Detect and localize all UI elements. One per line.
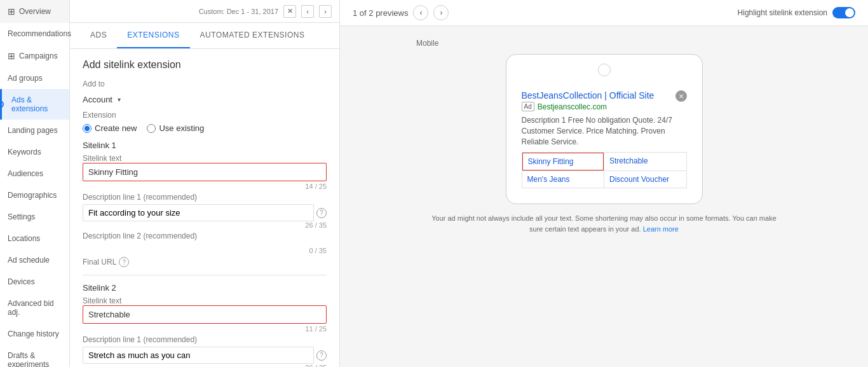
top-bar: Custom: Dec 1 - 31, 2017 ✕ ‹ › <box>70 0 339 23</box>
ad-card: BestJeansCollection | Official Site Ad B… <box>515 84 693 195</box>
sitelink1-final-url-row: Final URL ? <box>83 257 327 267</box>
sitelink-cell-1[interactable]: Skinny Fitting <box>522 153 604 170</box>
tabs-bar: ADS EXTENSIONS AUTOMATED EXTENSIONS <box>70 23 339 49</box>
radio-create-new[interactable]: Create new <box>83 123 137 133</box>
sitelink2-desc1-char-count: 26 / 35 <box>83 364 327 367</box>
add-to-value: Account <box>83 95 112 104</box>
sitelink1-desc1-char-count: 26 / 35 <box>83 221 327 229</box>
sitelink1-text-label: Sitelink text <box>83 154 327 163</box>
form-area: Add sitelink extension Add to Account ▾ … <box>70 49 339 367</box>
sitelink1-section: Sitelink 1 Sitelink text 14 / 25 Descrip… <box>83 141 327 267</box>
sitelink2-char-count: 11 / 25 <box>83 325 327 333</box>
sidebar-item-label: Drafts & experiments <box>8 351 62 367</box>
sidebar-item-audiences[interactable]: Audiences <box>0 163 69 184</box>
info-icon-2[interactable]: ? <box>316 350 327 361</box>
campaigns-icon: ⊞ <box>8 51 15 61</box>
preview-prev-btn[interactable]: ‹ <box>413 5 428 20</box>
sidebar-item-label: Audiences <box>8 169 43 178</box>
sidebar-item-label: Devices <box>8 277 35 286</box>
sidebar-item-adgroups[interactable]: Ad groups <box>0 67 69 89</box>
sitelink-cell-2[interactable]: Stretchable <box>604 153 686 170</box>
sidebar-item-ads-extensions[interactable]: ▶ Ads & extensions <box>0 89 69 120</box>
tab-ads[interactable]: ADS <box>80 23 117 48</box>
sidebar: ⊞ Overview Recommendations ⊞ Campaigns A… <box>0 0 70 367</box>
sidebar-item-label: Landing pages <box>8 126 58 135</box>
sitelink2-section: Sitelink 2 Sitelink text 11 / 25 Descrip… <box>83 283 327 367</box>
sitelink-cell-3[interactable]: Men's Jeans <box>522 171 604 188</box>
device-label: Mobile <box>416 39 438 48</box>
sitelinks-grid: Skinny Fitting Stretchable Men's Jeans D… <box>522 152 687 188</box>
sitelink2-text-container <box>83 305 327 324</box>
sidebar-item-devices[interactable]: Devices <box>0 271 69 293</box>
sidebar-item-advanced-bid[interactable]: Advanced bid adj. <box>0 293 69 323</box>
sidebar-item-label: Change history <box>8 329 59 338</box>
sitelink2-desc1-input[interactable] <box>83 347 314 364</box>
sidebar-item-landing-pages[interactable]: Landing pages <box>0 120 69 141</box>
sitelink2-text-label: Sitelink text <box>83 296 327 305</box>
next-btn[interactable]: › <box>319 5 332 18</box>
sidebar-item-recommendations[interactable]: Recommendations <box>0 23 69 45</box>
sitelink1-text-input[interactable] <box>88 167 321 177</box>
sitelink1-desc1-input[interactable] <box>83 204 314 221</box>
radio-existing-label: Use existing <box>159 123 204 133</box>
ad-url-row: Ad Bestjeanscollec.com <box>522 102 654 111</box>
radio-use-existing[interactable]: Use existing <box>147 123 204 133</box>
sidebar-item-demographics[interactable]: Demographics <box>0 184 69 206</box>
tab-automated-extensions[interactable]: AUTOMATED EXTENSIONS <box>190 23 315 48</box>
sidebar-item-overview[interactable]: ⊞ Overview <box>0 0 69 23</box>
highlight-toggle[interactable] <box>832 7 855 18</box>
sitelink1-desc2-char-count: 0 / 35 <box>83 247 327 254</box>
sidebar-item-label: Ad groups <box>8 74 43 83</box>
sidebar-item-label: Keywords <box>8 148 41 156</box>
preview-next-btn[interactable]: › <box>433 5 449 20</box>
info-icon-1[interactable]: ? <box>316 208 327 218</box>
add-to-row: Add to <box>83 80 327 88</box>
sitelink1-title: Sitelink 1 <box>83 141 327 150</box>
sidebar-item-change-history[interactable]: Change history <box>0 323 69 345</box>
main-content: Custom: Dec 1 - 31, 2017 ✕ ‹ › ADS EXTEN… <box>70 0 868 367</box>
preview-note: Your ad might not always include all you… <box>430 213 779 234</box>
sidebar-item-settings[interactable]: Settings <box>0 206 69 228</box>
sidebar-item-ad-schedule[interactable]: Ad schedule <box>0 249 69 271</box>
close-top-btn[interactable]: ✕ <box>283 5 296 18</box>
prev-btn[interactable]: ‹ <box>301 5 314 18</box>
sitelink1-desc2-label: Description line 2 (recommended) <box>83 232 327 240</box>
sidebar-item-label: Recommendations <box>8 29 71 38</box>
info-icon-url-1[interactable]: ? <box>119 257 129 267</box>
sidebar-item-keywords[interactable]: Keywords <box>0 141 69 163</box>
left-panel: Custom: Dec 1 - 31, 2017 ✕ ‹ › ADS EXTEN… <box>70 0 340 367</box>
sitelink2-title: Sitelink 2 <box>83 283 327 293</box>
divider-1 <box>83 275 327 275</box>
sidebar-item-drafts[interactable]: Drafts & experiments <box>0 345 69 367</box>
ad-url: Bestjeanscollec.com <box>538 102 607 111</box>
preview-header: 1 of 2 previews ‹ › Highlight sitelink e… <box>340 0 868 26</box>
sidebar-item-label: Campaigns <box>19 52 58 60</box>
add-to-label: Add to <box>83 80 105 88</box>
radio-create-label: Create new <box>95 123 137 133</box>
sitelink1-desc1-label: Description line 1 (recommended) <box>83 193 327 202</box>
highlight-label: Highlight sitelink extension <box>738 8 827 17</box>
ad-title: BestJeansCollection | Official Site <box>522 90 654 100</box>
sidebar-active-arrow: ▶ <box>0 100 4 108</box>
ad-close-btn[interactable]: ✕ <box>675 90 687 102</box>
tab-extensions[interactable]: EXTENSIONS <box>117 23 189 48</box>
sidebar-item-campaigns[interactable]: ⊞ Campaigns <box>0 45 69 67</box>
sidebar-item-label: Demographics <box>8 191 57 200</box>
sidebar-item-label: Overview <box>19 7 51 16</box>
radio-existing-input[interactable] <box>147 124 156 133</box>
radio-create-input[interactable] <box>83 124 92 133</box>
learn-more-link[interactable]: Learn more <box>643 225 679 233</box>
extension-label: Extension <box>83 111 327 120</box>
sidebar-item-label: Ads & extensions <box>8 95 62 113</box>
dropdown-arrow-icon[interactable]: ▾ <box>118 96 121 103</box>
phone-notch <box>598 64 611 76</box>
sitelink2-text-input[interactable] <box>88 310 321 319</box>
sidebar-item-locations[interactable]: Locations <box>0 228 69 249</box>
sitelink-cell-4[interactable]: Discount Voucher <box>604 171 686 188</box>
sitelink1-desc1-row: ? <box>83 204 327 221</box>
highlight-row: Highlight sitelink extension <box>738 7 855 18</box>
preview-counter: 1 of 2 previews <box>353 8 408 18</box>
overview-icon: ⊞ <box>8 6 15 17</box>
preview-nav: 1 of 2 previews ‹ › <box>353 5 449 20</box>
sitelink1-char-count: 14 / 25 <box>83 183 327 190</box>
